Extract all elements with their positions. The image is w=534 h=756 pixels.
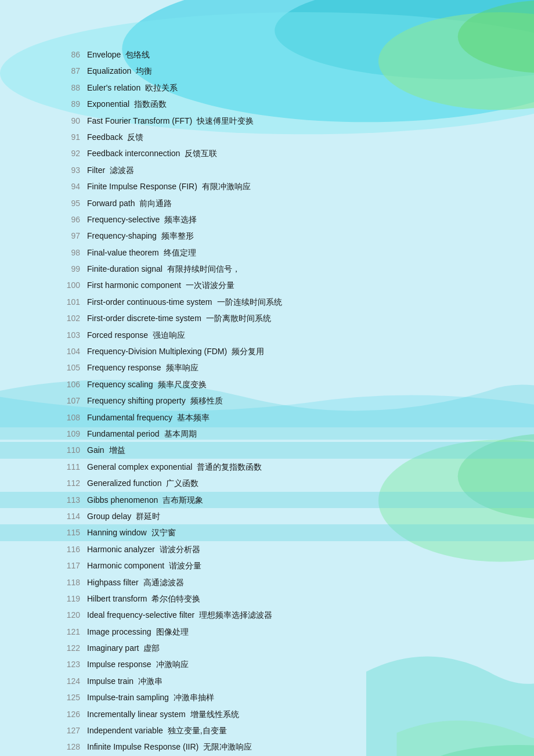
list-item: 124Impulse train冲激串 bbox=[0, 673, 534, 689]
english-term: Infinite Impulse Response (IIR) bbox=[87, 742, 199, 751]
list-item: 108Fundamental frequency基本频率 bbox=[0, 409, 534, 426]
chinese-term: 吉布斯现象 bbox=[163, 495, 203, 505]
chinese-term: 广义函数 bbox=[166, 478, 199, 488]
entry-number: 106 bbox=[64, 378, 87, 391]
list-item: 97Frequency-shaping频率整形 bbox=[0, 228, 534, 244]
entry-term: Impulse-train sampling冲激串抽样 bbox=[87, 691, 214, 704]
entry-number: 127 bbox=[64, 724, 87, 737]
entry-number: 112 bbox=[64, 477, 87, 489]
list-item: 102First-order discrete-time system一阶离散时… bbox=[0, 310, 534, 326]
english-term: Final-value theorem bbox=[87, 248, 159, 257]
list-item: 125Impulse-train sampling冲激串抽样 bbox=[0, 689, 534, 705]
list-item: 114Group delay群延时 bbox=[0, 508, 534, 524]
english-term: Exponential bbox=[87, 99, 129, 109]
english-term: Hanning window bbox=[87, 528, 147, 537]
list-item: 121Image processing图像处理 bbox=[0, 624, 534, 640]
chinese-term: 谐波分析器 bbox=[160, 545, 200, 554]
chinese-term: 希尔伯特变换 bbox=[151, 594, 200, 603]
chinese-term: 冲激响应 bbox=[156, 660, 189, 669]
entry-number: 108 bbox=[64, 411, 87, 424]
english-term: Forward path bbox=[87, 199, 135, 208]
chinese-term: 快速傅里叶变换 bbox=[197, 116, 254, 125]
entry-term: First-order continuous-time system一阶连续时间… bbox=[87, 296, 282, 308]
entry-number: 87 bbox=[64, 64, 87, 77]
list-item: 117Harmonic component谐波分量 bbox=[0, 557, 534, 574]
english-term: Feedback bbox=[87, 132, 122, 142]
entry-term: Frequency-Division Multiplexing (FDM)频分复… bbox=[87, 345, 264, 358]
entry-number: 114 bbox=[64, 510, 87, 523]
entry-number: 116 bbox=[64, 543, 87, 556]
list-item: 111General complex exponential普通的复指数函数 bbox=[0, 459, 534, 475]
entry-number: 95 bbox=[64, 197, 87, 210]
list-item: 89Exponential指数函数 bbox=[0, 96, 534, 112]
chinese-term: 高通滤波器 bbox=[143, 578, 184, 587]
list-item: 88Euler's relation欧拉关系 bbox=[0, 80, 534, 96]
english-term: Euler's relation bbox=[87, 83, 140, 92]
entry-number: 105 bbox=[64, 361, 87, 374]
entry-number: 104 bbox=[64, 345, 87, 358]
list-item: 99Finite-duration signal有限持续时间信号， bbox=[0, 261, 534, 277]
english-term: Envelope bbox=[87, 50, 121, 59]
chinese-term: 冲激串 bbox=[138, 676, 163, 686]
chinese-term: 欧拉关系 bbox=[145, 83, 178, 92]
chinese-term: 虚部 bbox=[143, 643, 160, 653]
entry-number: 128 bbox=[64, 740, 87, 753]
english-term: Impulse-train sampling bbox=[87, 693, 169, 702]
list-item: 90Fast Fourier Transform (FFT)快速傅里叶变换 bbox=[0, 113, 534, 129]
entry-term: Image processing图像处理 bbox=[87, 625, 189, 638]
entry-term: Hanning window汉宁窗 bbox=[87, 526, 176, 539]
english-term: Frequency-selective bbox=[87, 215, 160, 224]
english-term: Incrementally linear system bbox=[87, 710, 186, 719]
list-item: 119Hilbert transform希尔伯特变换 bbox=[0, 591, 534, 607]
english-term: Filter bbox=[87, 165, 105, 175]
entry-number: 124 bbox=[64, 675, 87, 687]
list-item: 96Frequency-selective频率选择 bbox=[0, 211, 534, 228]
main-content: 86Envelope包络线87Equalization均衡88Euler's r… bbox=[0, 0, 534, 756]
list-item: 110Gain增益 bbox=[0, 442, 534, 458]
list-item: 120Ideal frequency-selective filter理想频率选… bbox=[0, 607, 534, 623]
chinese-term: 指数函数 bbox=[134, 99, 167, 109]
entry-number: 94 bbox=[64, 180, 87, 193]
entry-term: Filter滤波器 bbox=[87, 164, 134, 177]
chinese-term: 一次谐波分量 bbox=[186, 280, 234, 290]
chinese-term: 滤波器 bbox=[110, 165, 134, 175]
entry-term: Hilbert transform希尔伯特变换 bbox=[87, 592, 200, 605]
list-item: 109Fundamental period基本周期 bbox=[0, 426, 534, 442]
list-item: 118Highpass filter高通滤波器 bbox=[0, 574, 534, 591]
chinese-term: 反馈互联 bbox=[185, 149, 217, 158]
entry-number: 98 bbox=[64, 246, 87, 259]
chinese-term: 频率选择 bbox=[164, 215, 197, 224]
list-item: 94Finite Impulse Response (FIR)有限冲激响应 bbox=[0, 178, 534, 195]
list-item: 123Impulse response冲激响应 bbox=[0, 656, 534, 672]
entry-term: First-order discrete-time system一阶离散时间系统 bbox=[87, 312, 271, 325]
entry-number: 92 bbox=[64, 147, 87, 160]
chinese-term: 群延时 bbox=[136, 512, 160, 521]
english-term: Impulse response bbox=[87, 660, 151, 669]
list-item: 116Harmonic analyzer谐波分析器 bbox=[0, 541, 534, 557]
chinese-term: 反馈 bbox=[127, 132, 143, 142]
chinese-term: 终值定理 bbox=[164, 248, 196, 257]
entry-number: 122 bbox=[64, 642, 87, 654]
english-term: Independent variable bbox=[87, 726, 163, 735]
list-item: 91Feedback反馈 bbox=[0, 129, 534, 145]
english-term: Frequency shifting property bbox=[87, 396, 186, 405]
chinese-term: 基本周期 bbox=[164, 429, 197, 438]
entry-term: Harmonic analyzer谐波分析器 bbox=[87, 543, 200, 556]
entry-term: Fast Fourier Transform (FFT)快速傅里叶变换 bbox=[87, 114, 254, 127]
english-term: Frequency-Division Multiplexing (FDM) bbox=[87, 347, 227, 356]
entry-term: Frequency response频率响应 bbox=[87, 361, 199, 374]
english-term: Generalized function bbox=[87, 478, 161, 488]
english-term: Finite Impulse Response (FIR) bbox=[87, 182, 197, 191]
chinese-term: 频率响应 bbox=[166, 363, 199, 372]
entry-number: 113 bbox=[64, 494, 87, 506]
entry-term: General complex exponential普通的复指数函数 bbox=[87, 460, 262, 473]
entry-number: 119 bbox=[64, 592, 87, 605]
entry-term: Highpass filter高通滤波器 bbox=[87, 576, 184, 589]
entry-term: Harmonic component谐波分量 bbox=[87, 559, 201, 572]
entry-term: Envelope包络线 bbox=[87, 48, 150, 61]
english-term: Finite-duration signal bbox=[87, 264, 163, 273]
list-item: 101First-order continuous-time system一阶连… bbox=[0, 294, 534, 310]
list-item: 104Frequency-Division Multiplexing (FDM)… bbox=[0, 343, 534, 359]
entry-number: 120 bbox=[64, 609, 87, 621]
chinese-term: 无限冲激响应 bbox=[203, 742, 252, 751]
